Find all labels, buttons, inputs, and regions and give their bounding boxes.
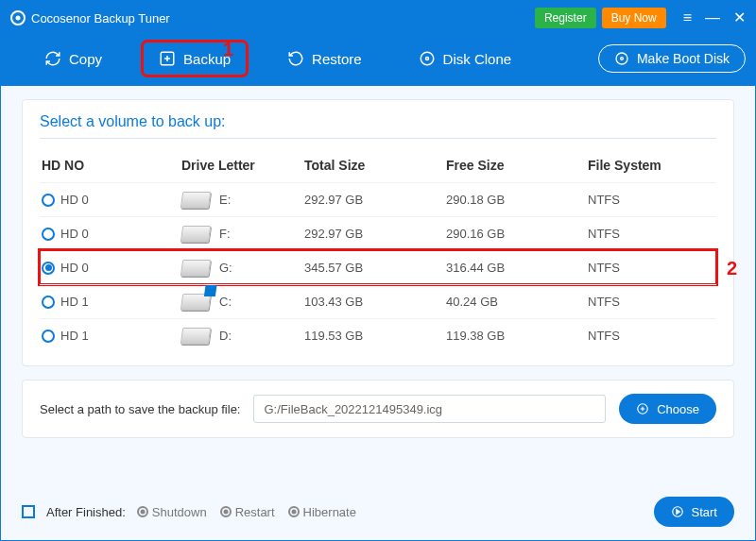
after-finished-checkbox[interactable] xyxy=(22,505,35,518)
col-hd: HD NO xyxy=(40,158,181,173)
tab-restore[interactable]: Restore xyxy=(272,42,377,75)
tab-disk-clone-label: Disk Clone xyxy=(443,51,512,67)
col-drive: Drive Letter xyxy=(181,158,304,173)
hd-no: HD 0 xyxy=(60,227,89,241)
drive-icon xyxy=(180,226,212,243)
file-system: NTFS xyxy=(588,329,716,343)
svg-point-3 xyxy=(421,52,434,65)
hd-no: HD 0 xyxy=(60,261,89,275)
hibernate-label: Hibernate xyxy=(303,505,356,519)
restore-icon xyxy=(287,50,304,67)
svg-point-4 xyxy=(425,58,428,60)
hd-no: HD 1 xyxy=(60,329,89,343)
table-header: HD NO Drive Letter Total Size Free Size … xyxy=(40,148,716,182)
choose-button[interactable]: Choose xyxy=(619,394,716,424)
hibernate-option[interactable]: Hibernate xyxy=(288,505,356,519)
table-row[interactable]: HD 1C:103.43 GB40.24 GBNTFS xyxy=(40,284,716,318)
titlebar: Cocosenor Backup Tuner Register Buy Now … xyxy=(1,1,755,35)
annotation-1: 1 xyxy=(223,39,233,60)
restart-label: Restart xyxy=(235,505,275,519)
close-button[interactable]: ✕ xyxy=(733,10,746,25)
table-row[interactable]: HD 0E:292.97 GB290.18 GBNTFS xyxy=(40,182,716,216)
menu-icon[interactable]: ≡ xyxy=(683,10,692,25)
start-button[interactable]: Start xyxy=(654,497,734,527)
drive-letter: E: xyxy=(219,193,231,207)
header: Cocosenor Backup Tuner Register Buy Now … xyxy=(1,1,755,86)
main-body: Select a volume to back up: HD NO Drive … xyxy=(1,86,755,487)
free-size: 119.38 GB xyxy=(446,329,588,343)
free-size: 290.16 GB xyxy=(446,227,588,241)
drive-icon xyxy=(180,192,212,209)
total-size: 292.97 GB xyxy=(304,193,446,207)
file-system: NTFS xyxy=(588,227,716,241)
footer: After Finished: Shutdown Restart Hiberna… xyxy=(1,487,755,540)
row-radio[interactable] xyxy=(42,296,55,309)
disk-icon xyxy=(419,50,436,67)
section-title: Select a volume to back up: xyxy=(40,113,716,139)
col-total: Total Size xyxy=(304,158,446,173)
plus-box-icon xyxy=(159,50,176,67)
after-options: Shutdown Restart Hibernate xyxy=(137,505,356,519)
tab-restore-label: Restore xyxy=(312,51,362,67)
table-row[interactable]: HD 0G:2345.57 GB316.44 GBNTFS xyxy=(40,250,716,284)
app-window: Cocosenor Backup Tuner Register Buy Now … xyxy=(0,0,756,541)
choose-label: Choose xyxy=(657,402,699,416)
restart-option[interactable]: Restart xyxy=(220,505,275,519)
tab-disk-clone[interactable]: Disk Clone xyxy=(404,42,527,75)
drive-icon xyxy=(180,328,212,345)
shutdown-option[interactable]: Shutdown xyxy=(137,505,207,519)
app-title: Cocosenor Backup Tuner xyxy=(10,10,529,25)
refresh-icon xyxy=(44,50,61,67)
file-system: NTFS xyxy=(588,193,716,207)
tab-copy-label: Copy xyxy=(69,51,102,67)
free-size: 316.44 GB xyxy=(446,261,588,275)
svg-point-5 xyxy=(616,53,627,64)
drive-icon xyxy=(180,260,212,277)
volume-table: HD NO Drive Letter Total Size Free Size … xyxy=(40,148,716,352)
after-finished-label: After Finished: xyxy=(46,505,126,519)
app-title-text: Cocosenor Backup Tuner xyxy=(31,11,170,25)
app-logo-icon xyxy=(10,10,26,25)
hd-no: HD 1 xyxy=(60,295,89,309)
start-label: Start xyxy=(692,505,717,519)
row-radio[interactable] xyxy=(42,228,55,241)
total-size: 292.97 GB xyxy=(304,227,446,241)
play-icon xyxy=(671,505,684,518)
drive-letter: D: xyxy=(219,329,232,343)
path-label: Select a path to save the backup file: xyxy=(40,402,240,416)
radio-icon xyxy=(137,506,148,517)
minimize-button[interactable]: ― xyxy=(705,10,720,25)
register-button[interactable]: Register xyxy=(535,8,596,28)
row-radio[interactable] xyxy=(42,194,55,207)
drive-letter: F: xyxy=(219,227,231,241)
radio-icon xyxy=(220,506,232,517)
col-free: Free Size xyxy=(446,158,588,173)
tab-copy[interactable]: Copy xyxy=(29,42,117,75)
table-row[interactable]: HD 0F:292.97 GB290.16 GBNTFS xyxy=(40,216,716,250)
col-fs: File System xyxy=(588,158,716,173)
file-system: NTFS xyxy=(588,261,716,275)
buy-now-button[interactable]: Buy Now xyxy=(602,8,666,28)
path-input[interactable] xyxy=(253,395,606,423)
cd-icon xyxy=(614,51,629,66)
svg-point-1 xyxy=(16,16,21,21)
window-controls: ≡ ― ✕ xyxy=(683,10,746,25)
row-radio[interactable] xyxy=(42,262,55,275)
path-card: Select a path to save the backup file: C… xyxy=(22,380,734,438)
total-size: 345.57 GB xyxy=(304,261,446,275)
annotation-2: 2 xyxy=(727,258,737,279)
table-row[interactable]: HD 1D:119.53 GB119.38 GBNTFS xyxy=(40,318,716,352)
make-boot-disk-label: Make Boot Disk xyxy=(637,51,730,66)
svg-point-6 xyxy=(621,58,624,60)
free-size: 40.24 GB xyxy=(446,295,588,309)
volume-card: Select a volume to back up: HD NO Drive … xyxy=(22,99,734,366)
drive-letter: G: xyxy=(219,261,232,275)
hd-no: HD 0 xyxy=(60,193,89,207)
plus-circle-icon xyxy=(636,402,649,415)
drive-letter: C: xyxy=(219,295,232,309)
row-radio[interactable] xyxy=(42,330,55,343)
make-boot-disk-button[interactable]: Make Boot Disk xyxy=(598,44,746,73)
shutdown-label: Shutdown xyxy=(152,505,207,519)
free-size: 290.18 GB xyxy=(446,193,588,207)
total-size: 103.43 GB xyxy=(304,295,446,309)
